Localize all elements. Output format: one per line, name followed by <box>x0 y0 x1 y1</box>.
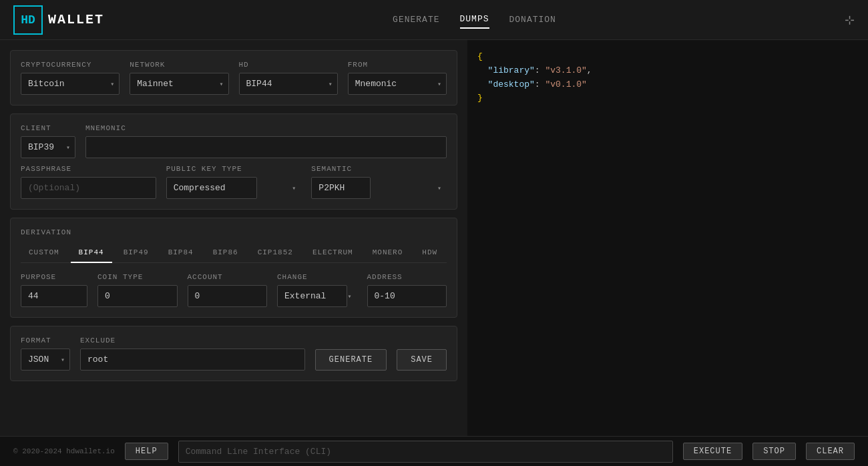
save-button[interactable]: Save <box>397 349 447 371</box>
hd-select[interactable]: BIP44 BIP49 BIP84 BIP86 <box>239 73 338 95</box>
exclude-label: Exclude <box>80 336 305 344</box>
json-close-brace: } <box>477 93 483 103</box>
passphrase-input[interactable] <box>21 177 156 199</box>
exclude-field: Exclude <box>80 336 305 371</box>
passphrase-label: Passphrase <box>21 165 156 173</box>
client-mnemonic-row: Client BIP39 BIP32 ▾ Mnemonic <box>21 124 447 158</box>
semantic-select-wrapper: P2PKH P2SH P2WPKH P2WSH ▾ <box>311 177 447 199</box>
from-select-wrapper: Mnemonic Private Key Public Key ▾ <box>348 73 447 95</box>
nav-generate[interactable]: Generate <box>393 11 439 28</box>
nav-donation[interactable]: Donation <box>509 11 556 28</box>
network-label: Network <box>130 61 228 69</box>
tab-cip1852[interactable]: CIP1852 <box>250 243 301 263</box>
cli-input[interactable] <box>178 441 673 463</box>
cryptocurrency-label: Cryptocurrency <box>21 61 120 69</box>
json-library-value: "v3.1.0" <box>545 65 586 75</box>
semantic-select[interactable]: P2PKH P2SH P2WPKH P2WSH <box>311 177 371 199</box>
logo-wallet-text: WALLET <box>48 12 104 27</box>
derivation-section: Derivation Custom BIP44 BIP49 BIP84 BIP8… <box>10 218 457 318</box>
format-section: Format JSON CSV TSV ▾ Exclude Generate <box>10 326 457 381</box>
public-key-type-select-wrapper: Compressed Uncompressed ▾ <box>166 177 302 199</box>
coin-type-label: Coin Type <box>97 273 178 281</box>
passphrase-field: Passphrase <box>21 165 156 199</box>
derivation-label: Derivation <box>21 228 447 236</box>
generate-button[interactable]: Generate <box>315 349 387 371</box>
left-panel: Cryptocurrency Bitcoin Ethereum Litecoin… <box>0 40 467 436</box>
change-chevron-icon: ▾ <box>347 292 351 300</box>
address-field: Address <box>367 273 447 307</box>
semantic-label: Semantic <box>311 165 447 173</box>
address-label: Address <box>367 273 447 281</box>
derivation-tabs: Custom BIP44 BIP49 BIP84 BIP86 CIP1852 E… <box>21 243 447 263</box>
coin-type-input[interactable] <box>97 285 178 307</box>
tab-hdw[interactable]: HDW <box>414 243 445 263</box>
exclude-input[interactable] <box>80 348 305 371</box>
logo-hd-text: HD <box>21 13 35 27</box>
tab-bip44[interactable]: BIP44 <box>71 243 112 263</box>
change-label: Change <box>277 273 357 281</box>
client-select[interactable]: BIP39 BIP32 <box>21 136 75 158</box>
json-library-key: "library" <box>488 65 535 75</box>
from-select[interactable]: Mnemonic Private Key Public Key <box>348 73 447 95</box>
account-input[interactable] <box>188 285 268 307</box>
cryptocurrency-section: Cryptocurrency Bitcoin Ethereum Litecoin… <box>10 50 457 105</box>
json-output: { "library": "v3.1.0", "desktop": "v0.1.… <box>477 50 858 105</box>
semantic-chevron-icon: ▾ <box>437 184 441 192</box>
tab-bip86[interactable]: BIP86 <box>205 243 246 263</box>
json-desktop-key: "desktop" <box>488 79 535 89</box>
network-select[interactable]: Mainnet Testnet <box>130 73 228 95</box>
passphrase-row: Passphrase Public Key Type Compressed Un… <box>21 165 447 199</box>
client-mnemonic-section: Client BIP39 BIP32 ▾ Mnemonic <box>10 113 457 210</box>
account-label: Account <box>188 273 268 281</box>
tab-bip84[interactable]: BIP84 <box>160 243 202 263</box>
public-key-type-chevron-icon: ▾ <box>292 184 296 192</box>
purpose-label: Purpose <box>21 273 87 281</box>
from-label: From <box>348 61 447 69</box>
mnemonic-input[interactable] <box>85 136 447 158</box>
client-field: Client BIP39 BIP32 ▾ <box>21 124 75 158</box>
tab-custom[interactable]: Custom <box>21 243 67 263</box>
hd-select-wrapper: BIP44 BIP49 BIP84 BIP86 ▾ <box>239 73 338 95</box>
client-label: Client <box>21 124 75 132</box>
json-open-brace: { <box>477 51 483 61</box>
public-key-type-field: Public Key Type Compressed Uncompressed … <box>166 165 302 199</box>
format-label: Format <box>21 336 70 344</box>
format-select-wrapper: JSON CSV TSV ▾ <box>21 348 70 371</box>
tab-monero[interactable]: Monero <box>365 243 411 263</box>
tab-bip49[interactable]: BIP49 <box>116 243 157 263</box>
network-field: Network Mainnet Testnet ▾ <box>130 61 228 95</box>
header: HD WALLET Generate Dumps Donation ⊹ <box>0 0 868 40</box>
nav-dumps[interactable]: Dumps <box>460 11 489 29</box>
tab-electrum[interactable]: Electrum <box>304 243 361 263</box>
nav: Generate Dumps Donation <box>393 11 556 29</box>
from-field: From Mnemonic Private Key Public Key ▾ <box>348 61 447 95</box>
clear-button[interactable]: Clear <box>806 443 855 460</box>
logo-box: HD <box>13 5 43 35</box>
client-select-wrapper: BIP39 BIP32 ▾ <box>21 136 75 158</box>
public-key-type-select[interactable]: Compressed Uncompressed <box>166 177 257 199</box>
account-field: Account <box>188 273 268 307</box>
cryptocurrency-select-wrapper: Bitcoin Ethereum Litecoin ▾ <box>21 73 120 95</box>
purpose-field: Purpose <box>21 273 87 307</box>
copyright-text: © 2020-2024 hdwallet.io <box>13 447 115 455</box>
help-button[interactable]: Help <box>125 443 168 460</box>
derivation-fields-row: Purpose Coin Type Account Change Externa… <box>21 273 447 307</box>
format-select[interactable]: JSON CSV TSV <box>21 348 70 371</box>
execute-button[interactable]: Execute <box>683 443 742 460</box>
main-content: Cryptocurrency Bitcoin Ethereum Litecoin… <box>0 40 868 436</box>
right-panel: { "library": "v3.1.0", "desktop": "v0.1.… <box>467 40 868 436</box>
external-link-icon[interactable]: ⊹ <box>845 13 855 27</box>
cryptocurrency-field: Cryptocurrency Bitcoin Ethereum Litecoin… <box>21 61 120 95</box>
footer: © 2020-2024 hdwallet.io Help Execute Sto… <box>0 436 868 466</box>
purpose-input[interactable] <box>21 285 87 307</box>
stop-button[interactable]: Stop <box>752 443 796 460</box>
address-input[interactable] <box>367 285 447 307</box>
hd-label: HD <box>239 61 338 69</box>
hd-field: HD BIP44 BIP49 BIP84 BIP86 ▾ <box>239 61 338 95</box>
cryptocurrency-select[interactable]: Bitcoin Ethereum Litecoin <box>21 73 120 95</box>
logo: HD WALLET <box>13 5 104 35</box>
public-key-type-label: Public Key Type <box>166 165 302 173</box>
crypto-row: Cryptocurrency Bitcoin Ethereum Litecoin… <box>21 61 447 95</box>
change-field: Change External Internal ▾ <box>277 273 357 307</box>
change-select[interactable]: External Internal <box>277 285 347 307</box>
